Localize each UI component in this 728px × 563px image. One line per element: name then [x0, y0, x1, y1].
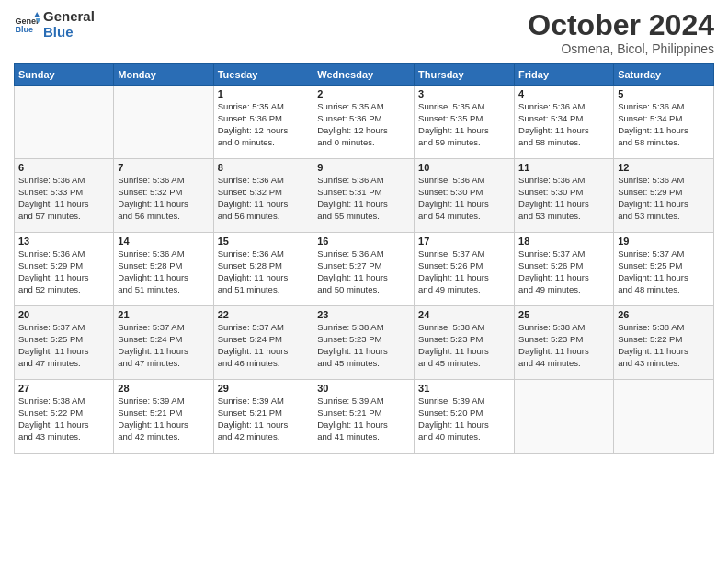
calendar-week-row: 6Sunrise: 5:36 AM Sunset: 5:33 PM Daylig… — [15, 159, 714, 233]
table-row: 30Sunrise: 5:39 AM Sunset: 5:21 PM Dayli… — [313, 380, 415, 454]
day-info: Sunrise: 5:39 AM Sunset: 5:21 PM Dayligh… — [317, 396, 410, 442]
header-friday: Friday — [515, 64, 614, 86]
table-row: 10Sunrise: 5:36 AM Sunset: 5:30 PM Dayli… — [415, 159, 515, 233]
day-number: 16 — [317, 236, 410, 247]
day-info: Sunrise: 5:37 AM Sunset: 5:25 PM Dayligh… — [618, 248, 710, 295]
day-info: Sunrise: 5:35 AM Sunset: 5:35 PM Dayligh… — [418, 101, 510, 148]
day-info: Sunrise: 5:36 AM Sunset: 5:27 PM Dayligh… — [317, 248, 410, 295]
table-row: 29Sunrise: 5:39 AM Sunset: 5:21 PM Dayli… — [213, 380, 313, 454]
day-number: 9 — [317, 162, 410, 173]
logo-general: General — [43, 9, 95, 25]
day-info: Sunrise: 5:37 AM Sunset: 5:26 PM Dayligh… — [418, 248, 510, 295]
calendar-week-row: 20Sunrise: 5:37 AM Sunset: 5:25 PM Dayli… — [15, 306, 714, 380]
table-row: 14Sunrise: 5:36 AM Sunset: 5:28 PM Dayli… — [114, 233, 213, 306]
calendar-week-row: 27Sunrise: 5:38 AM Sunset: 5:22 PM Dayli… — [15, 380, 714, 454]
day-info: Sunrise: 5:36 AM Sunset: 5:28 PM Dayligh… — [118, 248, 209, 295]
location-title: Osmena, Bicol, Philippines — [528, 41, 714, 56]
day-info: Sunrise: 5:36 AM Sunset: 5:30 PM Dayligh… — [418, 175, 510, 222]
table-row: 2Sunrise: 5:35 AM Sunset: 5:36 PM Daylig… — [313, 86, 415, 159]
table-row: 24Sunrise: 5:38 AM Sunset: 5:23 PM Dayli… — [415, 306, 515, 380]
day-info: Sunrise: 5:37 AM Sunset: 5:26 PM Dayligh… — [518, 248, 609, 295]
table-row: 6Sunrise: 5:36 AM Sunset: 5:33 PM Daylig… — [15, 159, 114, 233]
day-number: 3 — [418, 88, 510, 99]
day-number: 15 — [218, 236, 310, 247]
day-number: 4 — [518, 88, 609, 99]
header-wednesday: Wednesday — [313, 64, 415, 86]
day-info: Sunrise: 5:37 AM Sunset: 5:24 PM Dayligh… — [218, 322, 310, 369]
day-number: 17 — [418, 236, 510, 247]
day-number: 13 — [18, 236, 109, 247]
day-info: Sunrise: 5:38 AM Sunset: 5:23 PM Dayligh… — [317, 322, 410, 369]
day-number: 27 — [18, 383, 109, 394]
day-info: Sunrise: 5:39 AM Sunset: 5:21 PM Dayligh… — [218, 396, 310, 442]
day-info: Sunrise: 5:37 AM Sunset: 5:24 PM Dayligh… — [118, 322, 209, 369]
table-row — [515, 380, 614, 454]
table-row: 23Sunrise: 5:38 AM Sunset: 5:23 PM Dayli… — [313, 306, 415, 380]
table-row: 12Sunrise: 5:36 AM Sunset: 5:29 PM Dayli… — [614, 159, 714, 233]
day-number: 10 — [418, 162, 510, 173]
day-number: 2 — [317, 88, 410, 99]
table-row — [15, 86, 114, 159]
day-number: 6 — [18, 162, 109, 173]
table-row: 31Sunrise: 5:39 AM Sunset: 5:20 PM Dayli… — [415, 380, 515, 454]
header: General Blue General Blue October 2024 O… — [14, 9, 714, 56]
svg-marker-2 — [34, 12, 40, 17]
day-info: Sunrise: 5:35 AM Sunset: 5:36 PM Dayligh… — [317, 101, 410, 148]
day-number: 1 — [218, 88, 310, 99]
header-saturday: Saturday — [614, 64, 714, 86]
title-block: October 2024 Osmena, Bicol, Philippines — [528, 9, 714, 56]
day-number: 14 — [118, 236, 209, 247]
day-number: 8 — [218, 162, 310, 173]
table-row — [114, 86, 213, 159]
day-number: 5 — [618, 88, 710, 99]
table-row: 3Sunrise: 5:35 AM Sunset: 5:35 PM Daylig… — [415, 86, 515, 159]
day-number: 28 — [118, 383, 209, 394]
header-sunday: Sunday — [15, 64, 114, 86]
day-info: Sunrise: 5:36 AM Sunset: 5:32 PM Dayligh… — [118, 175, 209, 222]
day-info: Sunrise: 5:36 AM Sunset: 5:32 PM Dayligh… — [218, 175, 310, 222]
day-number: 29 — [218, 383, 310, 394]
table-row: 21Sunrise: 5:37 AM Sunset: 5:24 PM Dayli… — [114, 306, 213, 380]
logo-icon: General Blue — [14, 12, 40, 38]
table-row: 1Sunrise: 5:35 AM Sunset: 5:36 PM Daylig… — [213, 86, 313, 159]
month-title: October 2024 — [528, 9, 714, 41]
logo-blue: Blue — [43, 25, 95, 40]
svg-text:Blue: Blue — [15, 25, 33, 34]
page: General Blue General Blue October 2024 O… — [0, 0, 728, 563]
day-info: Sunrise: 5:39 AM Sunset: 5:21 PM Dayligh… — [118, 396, 209, 442]
day-info: Sunrise: 5:38 AM Sunset: 5:23 PM Dayligh… — [518, 322, 609, 369]
table-row: 27Sunrise: 5:38 AM Sunset: 5:22 PM Dayli… — [15, 380, 114, 454]
table-row: 19Sunrise: 5:37 AM Sunset: 5:25 PM Dayli… — [614, 233, 714, 306]
day-info: Sunrise: 5:36 AM Sunset: 5:31 PM Dayligh… — [317, 175, 410, 222]
table-row: 22Sunrise: 5:37 AM Sunset: 5:24 PM Dayli… — [213, 306, 313, 380]
logo: General Blue General Blue — [14, 9, 95, 40]
day-number: 23 — [317, 309, 410, 320]
day-info: Sunrise: 5:36 AM Sunset: 5:28 PM Dayligh… — [218, 248, 310, 295]
day-number: 31 — [418, 383, 510, 394]
table-row: 25Sunrise: 5:38 AM Sunset: 5:23 PM Dayli… — [515, 306, 614, 380]
calendar-table: Sunday Monday Tuesday Wednesday Thursday… — [14, 63, 714, 454]
day-number: 24 — [418, 309, 510, 320]
table-row: 17Sunrise: 5:37 AM Sunset: 5:26 PM Dayli… — [415, 233, 515, 306]
table-row: 26Sunrise: 5:38 AM Sunset: 5:22 PM Dayli… — [614, 306, 714, 380]
day-info: Sunrise: 5:38 AM Sunset: 5:22 PM Dayligh… — [618, 322, 710, 369]
table-row: 18Sunrise: 5:37 AM Sunset: 5:26 PM Dayli… — [515, 233, 614, 306]
day-number: 25 — [518, 309, 609, 320]
table-row: 9Sunrise: 5:36 AM Sunset: 5:31 PM Daylig… — [313, 159, 415, 233]
day-number: 7 — [118, 162, 209, 173]
table-row: 28Sunrise: 5:39 AM Sunset: 5:21 PM Dayli… — [114, 380, 213, 454]
table-row: 20Sunrise: 5:37 AM Sunset: 5:25 PM Dayli… — [15, 306, 114, 380]
header-monday: Monday — [114, 64, 213, 86]
day-number: 18 — [518, 236, 609, 247]
table-row: 8Sunrise: 5:36 AM Sunset: 5:32 PM Daylig… — [213, 159, 313, 233]
table-row: 7Sunrise: 5:36 AM Sunset: 5:32 PM Daylig… — [114, 159, 213, 233]
weekday-header-row: Sunday Monday Tuesday Wednesday Thursday… — [15, 64, 714, 86]
day-number: 11 — [518, 162, 609, 173]
day-number: 20 — [18, 309, 109, 320]
day-number: 19 — [618, 236, 710, 247]
day-number: 30 — [317, 383, 410, 394]
table-row: 5Sunrise: 5:36 AM Sunset: 5:34 PM Daylig… — [614, 86, 714, 159]
day-number: 22 — [218, 309, 310, 320]
day-info: Sunrise: 5:36 AM Sunset: 5:33 PM Dayligh… — [18, 175, 109, 222]
day-number: 26 — [618, 309, 710, 320]
